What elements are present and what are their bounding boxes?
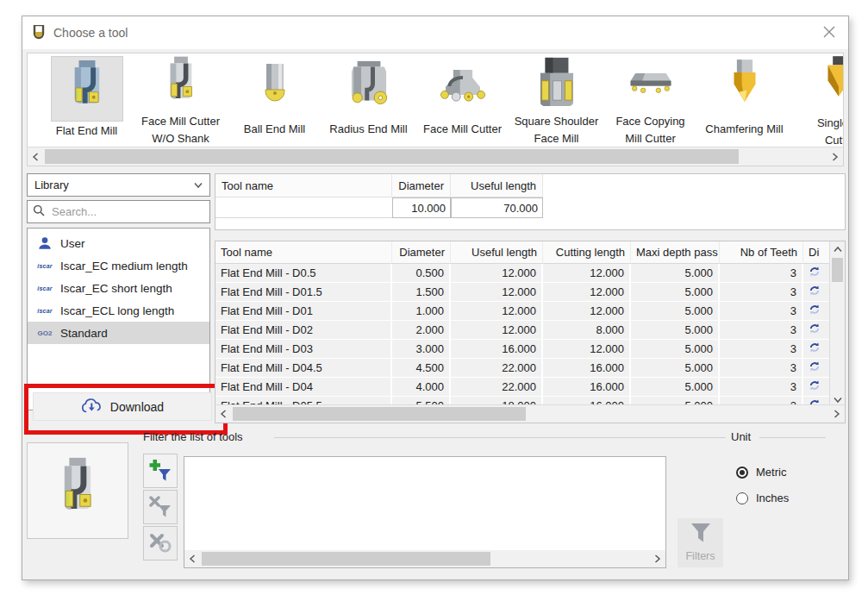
rotation-icon xyxy=(809,323,821,337)
cell-useful-length: 12.000 xyxy=(451,302,543,321)
table-row[interactable]: Flat End Mill - D033.00016.00012.0005.00… xyxy=(215,340,832,359)
filter-group-line xyxy=(274,437,725,438)
column-header-nb-of-teeth[interactable]: Nb of Teeth xyxy=(720,241,803,264)
tool-type-label: Chamfering Mill xyxy=(705,122,783,137)
flat-end-mill-icon xyxy=(62,60,112,118)
download-button[interactable]: Download xyxy=(33,392,212,421)
scroll-up-button[interactable] xyxy=(830,241,845,256)
remove-filter-button[interactable] xyxy=(143,490,178,524)
table-horizontal-scrollbar xyxy=(215,404,845,423)
column-header-maxi-depth-pass[interactable]: Maxi depth pass xyxy=(631,241,720,264)
radio-unselected-icon xyxy=(736,492,748,504)
tool-type-item-radius-end-mill[interactable]: Radius End Mill xyxy=(322,53,415,147)
add-filter-icon xyxy=(149,459,172,484)
scroll-right-button[interactable] xyxy=(829,405,845,423)
scroll-right-button[interactable] xyxy=(650,550,665,567)
library-list: UseriscarIscar_EC medium lengthiscarIsca… xyxy=(27,228,210,410)
column-header-diameter[interactable]: Diameter xyxy=(392,241,451,264)
table-row[interactable]: Flat End Mill - D01.51.50012.00012.0005.… xyxy=(215,283,832,302)
table-row[interactable]: Flat End Mill - D044.00022.00016.0005.00… xyxy=(215,378,832,397)
go2-logo-icon: GO2 xyxy=(34,329,55,337)
library-item-user[interactable]: User xyxy=(28,232,209,254)
rotation-icon xyxy=(809,285,821,299)
column-header-cutting-length[interactable]: Cutting length xyxy=(543,241,631,264)
library-item-iscar-ec-short-length[interactable]: iscarIscar_EC short length xyxy=(28,277,209,299)
iscar-logo-icon: iscar xyxy=(34,285,55,291)
scroll-left-button[interactable] xyxy=(215,405,231,423)
tool-type-item-face-mill-cutter[interactable]: Face Mill CutterW/O Shank xyxy=(134,53,228,147)
tool-type-item-single-a[interactable]: Single-ACutte xyxy=(791,53,843,147)
table-row[interactable]: Flat End Mill - D0.50.50012.00012.0005.0… xyxy=(215,264,832,283)
scrollbar-thumb[interactable] xyxy=(202,552,490,566)
tool-type-item-face-mill-cutter[interactable]: Face Mill Cutter xyxy=(415,53,509,147)
scrollbar-thumb[interactable] xyxy=(45,149,739,164)
tool-type-item-ball-end-mill[interactable]: Ball End Mill xyxy=(228,53,322,147)
tool-type-item-face-copying[interactable]: Face CopyingMill Cutter xyxy=(603,53,697,147)
add-filter-button[interactable] xyxy=(143,454,178,488)
scrollbar-track[interactable] xyxy=(231,405,829,423)
iscar-logo-icon: iscar xyxy=(34,308,55,314)
library-item-iscar-ec-medium-length[interactable]: iscarIscar_EC medium length xyxy=(28,254,209,277)
scrollbar-track[interactable] xyxy=(200,550,650,567)
library-dropdown[interactable]: Library xyxy=(27,173,210,197)
cell-maxi-depth-pass: 5.000 xyxy=(631,340,720,359)
tool-type-label: Mill Cutter xyxy=(625,132,676,147)
column-header-tool-name[interactable]: Tool name xyxy=(215,241,392,264)
tool-type-label: Face Mill Cutter xyxy=(141,115,220,129)
table-row[interactable]: Flat End Mill - D011.00012.00012.0005.00… xyxy=(215,302,832,321)
scroll-right-button[interactable] xyxy=(827,147,843,166)
library-item-iscar-ecl-long-length[interactable]: iscarIscar_ECL long length xyxy=(28,299,209,322)
library-item-label: User xyxy=(60,237,85,250)
cell-cutting-length: 16.000 xyxy=(543,378,631,397)
column-header-label: Di xyxy=(809,246,819,259)
tool-type-item-chamfering-mill[interactable]: Chamfering Mill xyxy=(697,53,791,147)
cell-diameter: 1.500 xyxy=(392,283,451,302)
rotation-icon xyxy=(809,360,821,375)
filter-useful-length-input[interactable] xyxy=(451,197,543,218)
scroll-left-button[interactable] xyxy=(28,147,43,166)
scrollbar-track[interactable] xyxy=(43,147,827,166)
search-input[interactable] xyxy=(50,204,205,219)
tool-type-item-flat-end-mill[interactable]: Flat End Mill xyxy=(40,53,134,147)
cloud-download-icon xyxy=(81,398,103,416)
cell-cutting-length: 8.000 xyxy=(543,321,631,340)
clear-filters-button[interactable] xyxy=(143,526,178,561)
radio-selected-icon xyxy=(736,467,748,479)
search-box xyxy=(27,200,210,223)
filter-tool-name-input[interactable] xyxy=(215,197,392,218)
tool-type-item-square-shoulder[interactable]: Square ShoulderFace Mill xyxy=(509,53,603,147)
cell-maxi-depth-pass: 5.000 xyxy=(631,321,720,340)
filter-header-diameter: Diameter xyxy=(392,174,451,197)
library-item-standard[interactable]: GO2Standard xyxy=(28,322,209,344)
rotation-icon xyxy=(809,379,821,394)
cell-maxi-depth-pass: 5.000 xyxy=(631,378,720,397)
scroll-left-button[interactable] xyxy=(184,550,200,567)
inches-radio[interactable]: Inches xyxy=(736,492,789,504)
table-row[interactable]: Flat End Mill - D04.54.50022.00016.0005.… xyxy=(215,359,832,378)
column-header-useful-length[interactable]: Useful length xyxy=(451,241,543,264)
table-vertical-scrollbar xyxy=(829,241,845,407)
filters-button[interactable]: Filters xyxy=(678,518,723,567)
cell-name: Flat End Mill - D01.5 xyxy=(215,283,392,302)
table-row[interactable]: Flat End Mill - D022.00012.0008.0005.000… xyxy=(215,321,832,340)
cell-direction xyxy=(803,359,832,378)
scrollbar-thumb[interactable] xyxy=(233,407,526,421)
filter-diameter-input[interactable] xyxy=(392,197,451,218)
metric-radio[interactable]: Metric xyxy=(736,466,786,479)
ball-end-mill-icon xyxy=(254,60,296,116)
filter-list-scrollbar xyxy=(184,550,665,567)
filter-header-tool-name: Tool name xyxy=(215,174,392,197)
radius-end-mill-icon xyxy=(344,60,394,116)
cell-nb-of-teeth: 3 xyxy=(720,340,803,359)
cell-name: Flat End Mill - D01 xyxy=(215,302,392,321)
cell-maxi-depth-pass: 5.000 xyxy=(631,264,720,283)
column-header-label: Tool name xyxy=(221,246,272,259)
single-angle-cutter-icon xyxy=(817,56,844,114)
tool-type-label: Radius End Mill xyxy=(329,122,407,137)
filters-button-label: Filters xyxy=(685,550,715,562)
library-dropdown-value: Library xyxy=(34,178,194,191)
library-item-label: Iscar_EC medium length xyxy=(60,260,188,272)
scrollbar-thumb[interactable] xyxy=(832,258,843,282)
close-button[interactable] xyxy=(810,16,848,49)
column-header-di[interactable]: Di xyxy=(803,241,832,264)
